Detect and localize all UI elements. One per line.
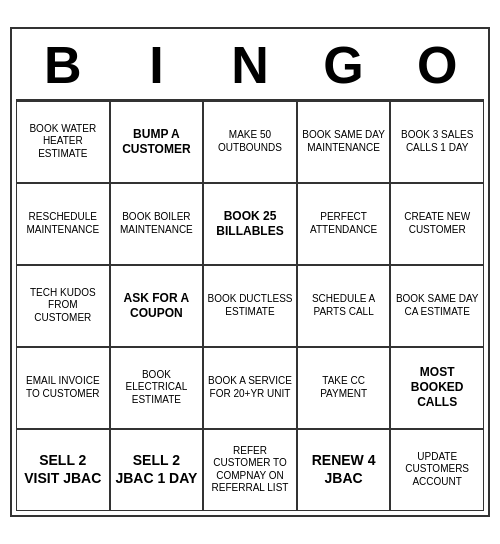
bingo-cell-2[interactable]: MAKE 50 OUTBOUNDS [203, 101, 297, 183]
bingo-cell-15[interactable]: EMAIL INVOICE TO CUSTOMER [16, 347, 110, 429]
bingo-cell-17[interactable]: BOOK A SERVICE FOR 20+YR UNIT [203, 347, 297, 429]
bingo-cell-6[interactable]: BOOK BOILER MAINTENANCE [110, 183, 204, 265]
bingo-cell-9[interactable]: CREATE NEW CUSTOMER [390, 183, 484, 265]
bingo-cell-8[interactable]: PERFECT ATTENDANCE [297, 183, 391, 265]
bingo-cell-5[interactable]: RESCHEDULE MAINTENANCE [16, 183, 110, 265]
bingo-cell-21[interactable]: SELL 2 JBAC 1 DAY [110, 429, 204, 511]
bingo-letter-n: N [203, 33, 297, 98]
bingo-grid: BOOK WATER HEATER ESTIMATEBUMP A CUSTOME… [16, 99, 484, 511]
bingo-cell-7[interactable]: BOOK 25 BILLABLES [203, 183, 297, 265]
bingo-cell-10[interactable]: TECH KUDOS FROM CUSTOMER [16, 265, 110, 347]
bingo-cell-19[interactable]: MOST BOOKED CALLS [390, 347, 484, 429]
bingo-letter-b: B [16, 33, 110, 98]
bingo-cell-1[interactable]: BUMP A CUSTOMER [110, 101, 204, 183]
bingo-letter-o: O [390, 33, 484, 98]
bingo-header: BINGO [16, 33, 484, 98]
bingo-cell-13[interactable]: SCHEDULE A PARTS CALL [297, 265, 391, 347]
bingo-cell-16[interactable]: BOOK ELECTRICAL ESTIMATE [110, 347, 204, 429]
bingo-cell-22[interactable]: REFER CUSTOMER TO COMPNAY ON REFERRAL LI… [203, 429, 297, 511]
bingo-cell-12[interactable]: BOOK DUCTLESS ESTIMATE [203, 265, 297, 347]
bingo-cell-0[interactable]: BOOK WATER HEATER ESTIMATE [16, 101, 110, 183]
bingo-card: BINGO BOOK WATER HEATER ESTIMATEBUMP A C… [10, 27, 490, 516]
bingo-letter-i: I [110, 33, 204, 98]
bingo-cell-23[interactable]: RENEW 4 JBAC [297, 429, 391, 511]
bingo-cell-11[interactable]: ASK FOR A COUPON [110, 265, 204, 347]
bingo-cell-3[interactable]: BOOK SAME DAY MAINTENANCE [297, 101, 391, 183]
bingo-cell-24[interactable]: UPDATE CUSTOMERS ACCOUNT [390, 429, 484, 511]
bingo-cell-18[interactable]: TAKE CC PAYMENT [297, 347, 391, 429]
bingo-cell-20[interactable]: SELL 2 VISIT JBAC [16, 429, 110, 511]
bingo-letter-g: G [297, 33, 391, 98]
bingo-cell-4[interactable]: BOOK 3 SALES CALLS 1 DAY [390, 101, 484, 183]
bingo-cell-14[interactable]: BOOK SAME DAY CA ESTIMATE [390, 265, 484, 347]
